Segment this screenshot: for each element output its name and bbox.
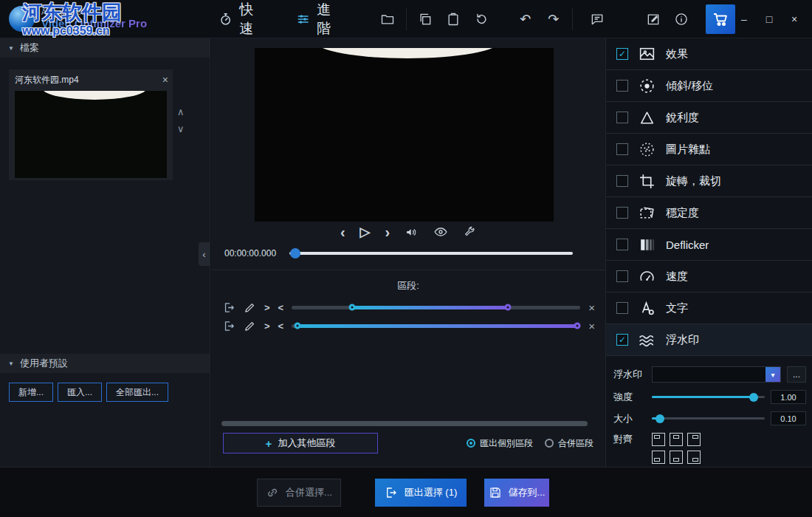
filter-row-deflicker[interactable]: Deflicker — [606, 229, 812, 261]
radio-export-individual[interactable]: 匯出個別區段 — [467, 437, 533, 450]
sliders-icon — [296, 10, 310, 28]
copy-button[interactable] — [411, 5, 439, 33]
redo-button[interactable]: ↷ — [540, 5, 568, 33]
align-top-right-button[interactable] — [687, 433, 701, 446]
segment-edit-icon[interactable] — [244, 320, 256, 332]
segment-start-handle[interactable] — [349, 304, 356, 311]
filter-row-speed[interactable]: 速度 — [606, 261, 812, 292]
watermark-dropdown[interactable]: ▾ — [652, 366, 781, 383]
strength-value[interactable]: 1.00 — [771, 390, 806, 404]
paste-button[interactable] — [439, 5, 467, 33]
close-button[interactable]: × — [785, 10, 803, 28]
delete-segment-icon[interactable]: × — [588, 320, 595, 332]
checkbox-unchecked[interactable] — [616, 143, 628, 155]
strength-handle[interactable] — [749, 393, 758, 402]
checkbox-unchecked[interactable] — [616, 80, 628, 92]
prev-frame-button[interactable]: ‹ — [340, 225, 345, 239]
watermark-browse-button[interactable]: ... — [787, 366, 806, 383]
tab-quick[interactable]: 快速 — [219, 0, 262, 38]
preset-new-button[interactable]: 新增... — [9, 383, 53, 402]
radio-merge-label: 合併區段 — [558, 437, 593, 450]
shop-cart-button[interactable] — [706, 4, 735, 34]
checkbox-unchecked[interactable] — [616, 302, 628, 314]
chevron-down-icon: ▾ — [771, 371, 774, 379]
filter-row-sharpness[interactable]: 銳利度 — [606, 102, 812, 134]
info-button[interactable] — [667, 5, 695, 33]
segment-end-handle[interactable] — [505, 304, 512, 311]
strength-slider[interactable] — [652, 396, 765, 398]
seek-handle[interactable] — [290, 248, 300, 258]
save-to-button[interactable]: 儲存到... — [484, 479, 549, 507]
segment-export-icon[interactable] — [223, 301, 235, 314]
filter-row-tilt-shift[interactable]: 傾斜/移位 — [606, 70, 812, 102]
copy-icon — [418, 12, 433, 27]
filter-row-effects[interactable]: ✓ 效果 — [606, 38, 812, 70]
open-folder-button[interactable] — [374, 5, 402, 33]
filter-row-text[interactable]: 文字 — [606, 292, 812, 324]
set-end-icon[interactable]: < — [278, 302, 284, 313]
filter-row-watermark[interactable]: ✓ 浮水印 — [606, 324, 812, 356]
preset-export-all-button[interactable]: 全部匯出... — [106, 383, 168, 402]
set-end-icon[interactable]: < — [278, 321, 284, 332]
size-handle[interactable] — [656, 414, 664, 423]
filter-row-rotate-crop[interactable]: 旋轉，裁切 — [606, 165, 812, 197]
sidebar-collapse-handle[interactable]: ‹ — [199, 242, 210, 266]
align-bottom-right-button[interactable] — [687, 451, 701, 464]
filter-row-stabilization[interactable]: 穩定度 — [606, 197, 812, 229]
checkbox-unchecked[interactable] — [616, 239, 628, 250]
delete-segment-icon[interactable]: × — [588, 301, 595, 314]
tools-wrench-button[interactable] — [463, 225, 476, 239]
segment-range-slider[interactable] — [292, 324, 580, 328]
move-down-icon[interactable]: ∨ — [177, 123, 185, 134]
timeline-bar: 00:00:00.000 — [224, 248, 573, 258]
checkbox-checked[interactable]: ✓ — [616, 48, 628, 60]
merge-selection-button[interactable]: 合併選擇... — [257, 479, 341, 507]
horizontal-scrollbar[interactable] — [221, 421, 588, 426]
presets-section-header[interactable]: ▼ 使用者預設 — [0, 354, 210, 373]
minimize-button[interactable]: – — [735, 10, 753, 28]
preset-import-button[interactable]: 匯入... — [58, 383, 102, 402]
set-start-icon[interactable]: > — [264, 321, 270, 332]
remove-file-icon[interactable]: × — [162, 74, 168, 86]
filter-row-noise[interactable]: 圖片雜點 — [606, 134, 812, 165]
align-bottom-left-button[interactable] — [652, 451, 665, 464]
tab-advanced[interactable]: 進階 — [296, 0, 340, 38]
dropdown-button[interactable]: ▾ — [765, 367, 780, 382]
preview-eye-button[interactable] — [433, 225, 448, 239]
add-segment-button[interactable]: + 加入其他區段 — [223, 433, 378, 453]
files-section-header[interactable]: ▼ 檔案 — [0, 38, 210, 58]
maximize-button[interactable]: □ — [760, 10, 778, 28]
move-up-icon[interactable]: ∧ — [177, 106, 185, 117]
seek-slider[interactable] — [289, 252, 573, 255]
notes-button[interactable] — [639, 5, 667, 33]
align-top-left-button[interactable] — [652, 433, 665, 446]
checkbox-unchecked[interactable] — [616, 207, 628, 219]
presets-header-label: 使用者預設 — [20, 357, 68, 370]
file-reorder-controls: ∧ ∨ — [177, 106, 185, 134]
segment-edit-icon[interactable] — [244, 301, 256, 314]
set-start-icon[interactable]: > — [264, 302, 270, 313]
size-slider[interactable] — [652, 417, 765, 420]
volume-button[interactable] — [405, 225, 419, 239]
feedback-button[interactable] — [583, 5, 611, 33]
checkbox-checked[interactable]: ✓ — [616, 334, 628, 346]
reset-button[interactable] — [467, 5, 495, 33]
align-top-center-button[interactable] — [670, 433, 683, 446]
file-list-item[interactable]: 河东软件园.mp4 × — [9, 69, 173, 180]
segment-range-slider[interactable] — [292, 306, 580, 309]
radio-merge-segments[interactable]: 合併區段 — [545, 437, 593, 450]
export-selection-button[interactable]: 匯出選擇 (1) — [375, 479, 467, 507]
filter-label: 浮水印 — [666, 333, 699, 347]
play-button[interactable]: ▷ — [360, 225, 371, 239]
segment-start-handle[interactable] — [295, 323, 301, 329]
checkbox-unchecked[interactable] — [616, 112, 628, 123]
checkbox-unchecked[interactable] — [616, 270, 628, 282]
segment-end-handle[interactable] — [574, 323, 581, 329]
next-frame-button[interactable]: › — [385, 225, 390, 239]
size-value[interactable]: 0.10 — [771, 411, 806, 425]
settings-button[interactable] — [611, 5, 639, 33]
align-bottom-center-button[interactable] — [670, 451, 683, 464]
undo-button[interactable]: ↶ — [512, 5, 540, 33]
checkbox-unchecked[interactable] — [616, 175, 628, 187]
segment-export-icon[interactable] — [223, 320, 235, 332]
